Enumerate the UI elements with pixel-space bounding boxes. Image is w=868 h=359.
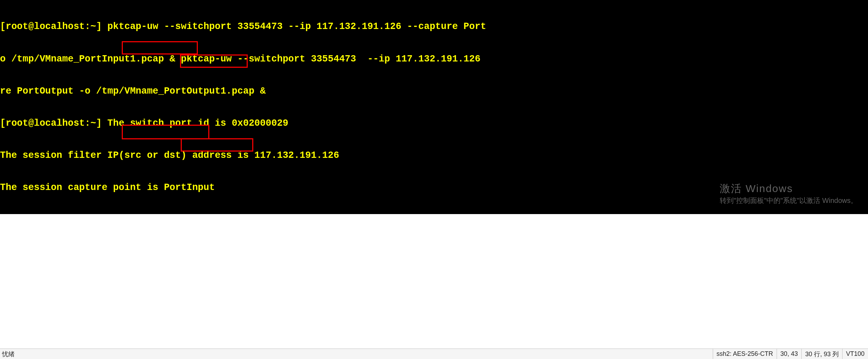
terminal-area[interactable]: [root@localhost:~] pktcap-uw --switchpor… (0, 0, 868, 214)
terminal-line: [root@localhost:~] The switch port id is… (0, 118, 486, 129)
terminal-line: The session filter IP(src or dst) addres… (0, 150, 486, 161)
status-left-label: 忧绪 (0, 350, 15, 358)
status-terminal-type: VT100 (842, 349, 868, 359)
status-terminal-size: 30 行, 93 列 (801, 349, 842, 359)
watermark-title: 激活 Windows (720, 182, 858, 196)
terminal-line: re PortOutput -o /tmp/VMname_PortOutput1… (0, 86, 486, 97)
status-cursor-position: 30, 43 (777, 349, 801, 359)
terminal-line: The session capture point is PortInput (0, 182, 486, 193)
terminal-text: [root@localhost:~] pktcap-uw --switchpor… (0, 0, 486, 214)
terminal-line: [root@localhost:~] pktcap-uw --switchpor… (0, 21, 486, 32)
status-connection: ssh2: AES-256-CTR (713, 349, 777, 359)
watermark-subtitle: 转到"控制面板"中的"系统"以激活 Windows。 (720, 196, 858, 205)
windows-activation-watermark: 激活 Windows 转到"控制面板"中的"系统"以激活 Windows。 (720, 182, 858, 205)
blank-area (0, 214, 868, 349)
status-bar: 忧绪 ssh2: AES-256-CTR 30, 43 30 行, 93 列 V… (0, 349, 868, 359)
terminal-line: o /tmp/VMname_PortInput1.pcap & pktcap-u… (0, 54, 486, 65)
